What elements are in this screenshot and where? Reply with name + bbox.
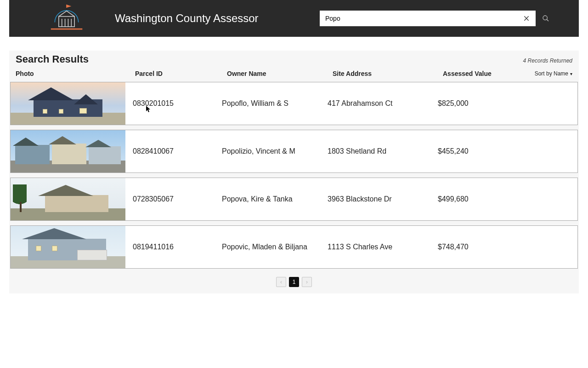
chevron-down-icon: ▾	[570, 71, 572, 76]
app-logo	[46, 5, 87, 32]
svg-line-7	[547, 19, 548, 21]
col-address: Site Address	[333, 70, 443, 77]
search-submit-button[interactable]	[540, 13, 551, 24]
search-bar	[320, 11, 551, 26]
site-address: 1113 S Charles Ave	[328, 243, 438, 251]
svg-point-6	[543, 16, 547, 20]
property-photo	[11, 178, 125, 220]
site-address: 3963 Blackstone Dr	[328, 195, 438, 203]
property-photo	[11, 130, 125, 172]
search-input[interactable]	[323, 13, 521, 24]
page-next-button[interactable]: ›	[302, 277, 312, 287]
search-results: Search Results 4 Records Returned Photo …	[9, 51, 579, 293]
app-title: Washington County Assessor	[115, 12, 259, 25]
assessed-value: $455,240	[438, 147, 577, 155]
result-row[interactable]: 0830201015 Popoflo, William & S 417 Abra…	[10, 82, 578, 125]
close-icon	[523, 15, 530, 22]
property-photo	[11, 226, 125, 268]
owner-name: Popolizio, Vincent & M	[222, 147, 328, 155]
result-row[interactable]: 0819411016 Popovic, Mladen & Biljana 111…	[10, 225, 578, 269]
col-assessed: Assessed Value	[443, 70, 535, 77]
parcel-id: 0830201015	[125, 99, 222, 108]
search-box	[320, 11, 536, 26]
page-number-current[interactable]: 1	[289, 277, 299, 287]
results-column-headers: Photo Parcel ID Owner Name Site Address …	[9, 67, 579, 82]
parcel-id: 0728305067	[125, 195, 222, 203]
pagination: ‹ 1 ›	[9, 273, 579, 289]
owner-name: Popovic, Mladen & Biljana	[222, 243, 328, 251]
svg-rect-0	[59, 17, 74, 27]
app-header: Washington County Assessor	[9, 0, 579, 37]
records-returned: 4 Records Returned	[523, 58, 572, 64]
result-row[interactable]: 0728305067 Popova, Kire & Tanka 3963 Bla…	[10, 178, 578, 221]
sort-by-label: Sort by Name	[535, 70, 568, 77]
clear-search-button[interactable]	[521, 13, 532, 24]
sort-by-dropdown[interactable]: Sort by Name ▾	[535, 70, 572, 77]
site-address: 1803 Shetland Rd	[328, 147, 438, 155]
results-title: Search Results	[16, 53, 89, 65]
assessed-value: $825,000	[438, 99, 577, 108]
col-owner: Owner Name	[227, 70, 333, 77]
col-photo: Photo	[16, 70, 135, 77]
site-address: 417 Abrahamson Ct	[328, 99, 438, 108]
page-prev-button[interactable]: ‹	[276, 277, 286, 287]
parcel-id: 0828410067	[125, 147, 222, 155]
owner-name: Popoflo, William & S	[222, 99, 328, 108]
assessed-value: $499,680	[438, 195, 577, 203]
parcel-id: 0819411016	[125, 243, 222, 251]
owner-name: Popova, Kire & Tanka	[222, 195, 328, 203]
assessed-value: $748,470	[438, 243, 577, 251]
search-icon	[542, 15, 549, 22]
result-row[interactable]: 0828410067 Popolizio, Vincent & M 1803 S…	[10, 130, 578, 173]
property-photo	[11, 82, 125, 125]
col-parcel: Parcel ID	[135, 70, 227, 77]
